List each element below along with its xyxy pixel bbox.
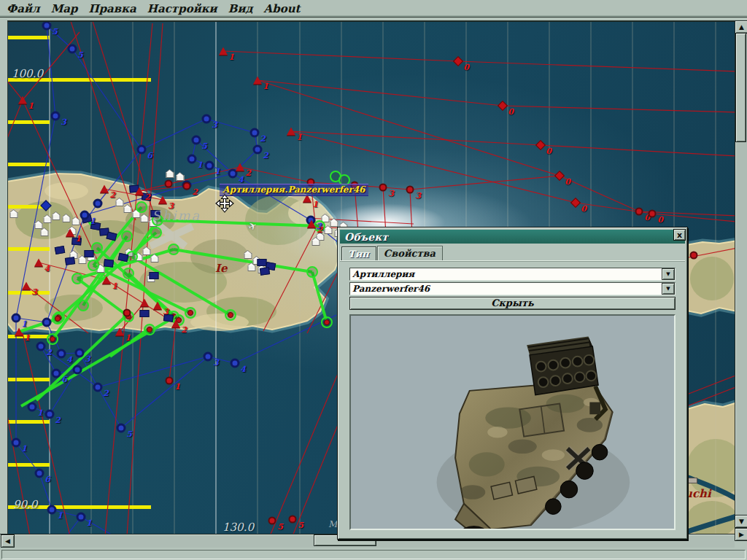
red-diamond-marker[interactable]	[554, 171, 565, 181]
red-dot-marker[interactable]	[690, 252, 698, 260]
blue-unit-marker[interactable]	[260, 267, 270, 276]
menu-item-view[interactable]: Вид	[228, 2, 253, 15]
blue-node-marker[interactable]	[187, 155, 197, 164]
red-triangle-marker[interactable]	[66, 229, 74, 237]
scroll-up-button[interactable]: ▲	[735, 20, 747, 34]
blue-unit-marker[interactable]	[55, 246, 66, 254]
tab-properties[interactable]: Свойства	[377, 246, 443, 260]
hide-button[interactable]: Скрыть	[349, 297, 676, 310]
blue-node-marker[interactable]	[137, 145, 147, 155]
red-triangle-marker[interactable]	[236, 163, 244, 171]
category-select[interactable]: Артиллерия ▼	[349, 268, 676, 281]
red-dot-marker[interactable]	[183, 182, 191, 190]
blue-node-marker[interactable]	[57, 349, 66, 359]
menu-item-edit[interactable]: Правка	[88, 2, 136, 15]
red-dot-marker[interactable]	[289, 516, 297, 524]
dialog-titlebar[interactable]: Объект	[340, 230, 685, 244]
blue-node-marker[interactable]	[250, 128, 260, 138]
blue-node-marker[interactable]	[28, 402, 37, 412]
red-triangle-marker[interactable]	[253, 77, 262, 85]
red-triangle-marker[interactable]	[102, 276, 111, 284]
blue-node-marker[interactable]	[51, 112, 61, 121]
green-ring-marker[interactable]	[306, 266, 318, 278]
close-button[interactable]: x	[673, 229, 686, 241]
green-ring-marker[interactable]	[144, 324, 155, 335]
red-dot-marker[interactable]	[165, 180, 173, 188]
green-ring-marker[interactable]	[150, 227, 162, 238]
blue-node-marker[interactable]	[117, 424, 126, 433]
red-triangle-marker[interactable]	[140, 299, 149, 307]
green-ring-marker[interactable]	[52, 313, 63, 324]
green-ring-marker[interactable]	[321, 316, 333, 328]
green-ring-marker[interactable]	[168, 244, 179, 255]
blue-node-marker[interactable]	[75, 349, 85, 358]
red-diamond-marker[interactable]	[570, 198, 581, 208]
red-triangle-marker[interactable]	[158, 196, 167, 204]
red-diamond-marker[interactable]	[498, 101, 508, 111]
blue-unit-marker[interactable]	[104, 259, 114, 267]
blue-node-marker[interactable]	[47, 505, 57, 515]
blue-node-marker[interactable]	[77, 513, 86, 522]
red-dot-marker[interactable]	[379, 184, 387, 192]
green-ring-marker[interactable]	[225, 309, 236, 321]
blue-diamond-marker[interactable]	[40, 200, 52, 211]
scroll-right-button[interactable]: ▶	[735, 528, 747, 541]
model-dropdown-button[interactable]: ▼	[662, 283, 675, 295]
blue-node-marker[interactable]	[205, 161, 214, 171]
blue-unit-marker[interactable]	[150, 272, 159, 279]
red-triangle-marker[interactable]	[307, 220, 316, 228]
blue-node-marker[interactable]	[35, 469, 44, 478]
blue-node-marker[interactable]	[204, 352, 213, 362]
red-diamond-marker[interactable]	[535, 140, 546, 150]
blue-node-marker[interactable]	[52, 369, 61, 378]
blue-unit-marker[interactable]	[140, 310, 150, 317]
red-triangle-marker[interactable]	[219, 47, 228, 55]
blue-unit-marker[interactable]	[118, 253, 129, 262]
blue-node-marker[interactable]	[93, 199, 103, 209]
red-triangle-marker[interactable]	[287, 128, 295, 136]
blue-node-marker[interactable]	[73, 365, 82, 375]
red-triangle-marker[interactable]	[34, 259, 43, 267]
red-triangle-marker[interactable]	[153, 302, 162, 310]
tab-type[interactable]: Тип	[341, 246, 376, 261]
blue-node-marker[interactable]	[202, 114, 212, 124]
blue-node-marker[interactable]	[93, 383, 103, 392]
green-ring-marker[interactable]	[77, 300, 89, 311]
blue-node-marker[interactable]	[253, 145, 263, 155]
green-ring-marker[interactable]	[136, 201, 147, 213]
red-dot-marker[interactable]	[649, 210, 657, 218]
menu-item-settings[interactable]: Настройки	[147, 2, 217, 15]
red-triangle-marker[interactable]	[100, 185, 109, 193]
red-dot-marker[interactable]	[123, 309, 131, 317]
blue-node-marker[interactable]	[68, 44, 77, 54]
blue-unit-marker[interactable]	[106, 231, 117, 241]
red-triangle-marker[interactable]	[115, 328, 124, 336]
blue-node-marker[interactable]	[42, 21, 52, 31]
blue-node-marker[interactable]	[12, 314, 21, 323]
red-triangle-marker[interactable]	[18, 96, 27, 104]
menu-item-map[interactable]: Map	[51, 2, 78, 15]
red-triangle-marker[interactable]	[22, 282, 31, 290]
green-ring-marker[interactable]	[121, 230, 133, 242]
blue-node-marker[interactable]	[12, 438, 21, 448]
scroll-left-button[interactable]: ◀	[1, 534, 15, 548]
blue-unit-marker[interactable]	[85, 250, 94, 257]
green-ring-marker[interactable]	[71, 273, 83, 284]
green-ring-marker[interactable]	[185, 307, 196, 319]
category-dropdown-button[interactable]: ▼	[662, 268, 675, 280]
scroll-down-button[interactable]: ▼	[735, 515, 747, 528]
blue-unit-marker[interactable]	[65, 257, 75, 265]
blue-node-marker[interactable]	[80, 211, 90, 220]
red-dot-marker[interactable]	[166, 377, 174, 385]
red-dot-marker[interactable]	[406, 186, 414, 194]
blue-node-marker[interactable]	[45, 410, 55, 419]
blue-node-marker[interactable]	[36, 342, 46, 351]
blue-unit-marker[interactable]	[151, 210, 160, 217]
red-dot-marker[interactable]	[635, 208, 643, 216]
red-triangle-marker[interactable]	[135, 187, 144, 195]
green-ring-marker[interactable]	[88, 260, 99, 271]
blue-node-marker[interactable]	[192, 136, 201, 145]
menu-item-file[interactable]: Файл	[7, 2, 40, 15]
blue-node-marker[interactable]	[42, 318, 52, 327]
red-dot-marker[interactable]	[268, 517, 276, 525]
